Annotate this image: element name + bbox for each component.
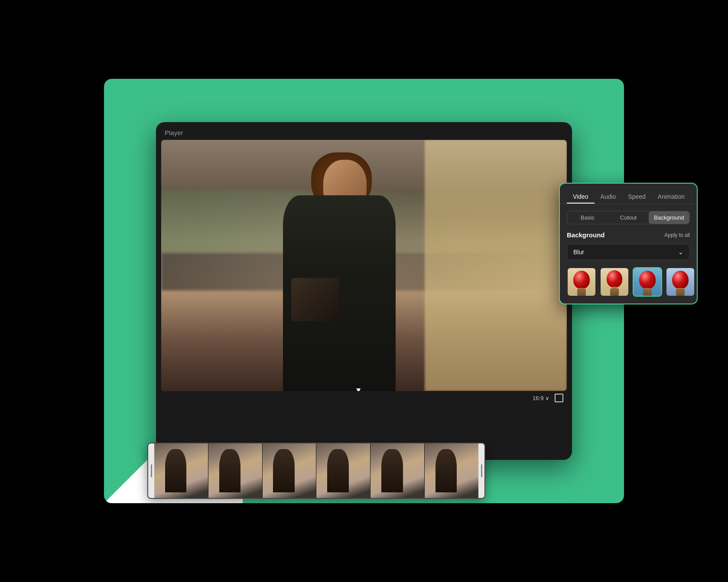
- background-thumbnails: [567, 267, 690, 297]
- thumb-image-3: [634, 268, 661, 296]
- bag: [291, 278, 339, 321]
- section-label: Background: [567, 231, 605, 239]
- aspect-ratio-selector[interactable]: 16:9 ∨: [533, 395, 549, 401]
- frame-2: [208, 443, 262, 498]
- tab-animation[interactable]: Animation: [652, 190, 691, 204]
- thumb-image-1: [568, 268, 595, 296]
- panel-tabs: Video Audio Speed Animation: [560, 184, 697, 204]
- outer-background: Player: [104, 79, 624, 503]
- frame-4: [316, 443, 370, 498]
- thumb-image-4: [666, 268, 694, 296]
- tab-audio[interactable]: Audio: [595, 190, 622, 204]
- frame-3: [263, 443, 316, 498]
- chevron-down-icon: ⌄: [678, 249, 683, 255]
- blur-dropdown[interactable]: Blur ⌄: [567, 244, 690, 260]
- laptop-frame: Player: [156, 122, 572, 460]
- filmstrip: [147, 443, 485, 499]
- sub-tabs: Basic Cutout Background: [567, 211, 690, 224]
- tab-video[interactable]: Video: [567, 190, 595, 204]
- frame-6: [425, 443, 478, 498]
- player-area: [161, 140, 567, 391]
- fullscreen-button[interactable]: [555, 394, 563, 402]
- bg-thumb-2[interactable]: [600, 267, 629, 297]
- properties-panel: Video Audio Speed Animation Basic Cutout: [559, 183, 698, 304]
- frame-1: [154, 443, 208, 498]
- tab-speed[interactable]: Speed: [622, 190, 651, 204]
- frame-5: [370, 443, 424, 498]
- thumb-image-2: [601, 268, 628, 296]
- video-frame: [161, 140, 567, 391]
- filmstrip-handle-right[interactable]: [478, 443, 484, 498]
- section-header: Background Apply to all: [567, 231, 690, 239]
- dropdown-value: Blur: [573, 249, 584, 255]
- bg-thumb-1[interactable]: [567, 267, 596, 297]
- aspect-ratio-label: 16:9 ∨: [533, 395, 549, 401]
- apply-all-button[interactable]: Apply to all: [664, 232, 690, 238]
- bottom-controls: 16:9 ∨: [161, 391, 567, 404]
- filmstrip-handle-left[interactable]: [148, 443, 154, 498]
- filmstrip-frames: [154, 443, 478, 498]
- panel-body: Basic Cutout Background Background Apply…: [560, 204, 697, 304]
- bg-thumb-3[interactable]: [633, 267, 662, 297]
- player-title: Player: [161, 127, 567, 140]
- bg-thumb-4[interactable]: [666, 267, 695, 297]
- subtab-cutout[interactable]: Cutout: [608, 211, 649, 224]
- playhead[interactable]: [356, 388, 361, 391]
- subtab-basic[interactable]: Basic: [567, 211, 608, 224]
- subtab-background[interactable]: Background: [649, 211, 689, 224]
